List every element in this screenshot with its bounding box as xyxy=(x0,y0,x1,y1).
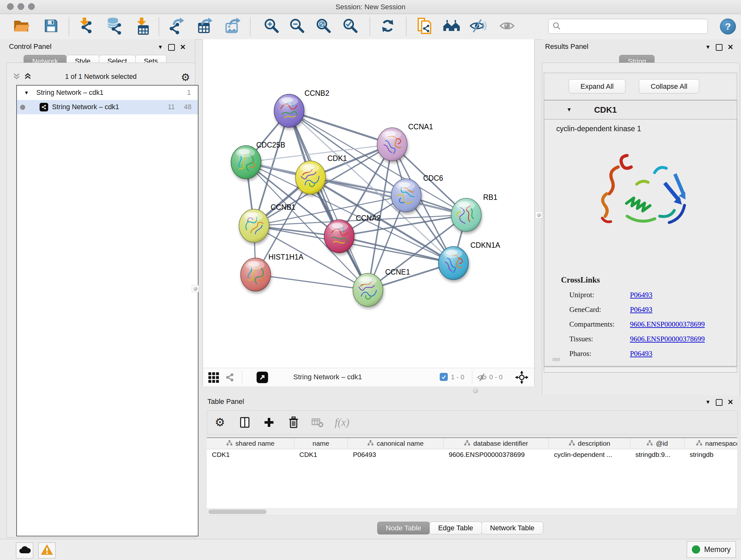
search-box[interactable] xyxy=(548,19,708,34)
tab-network-table[interactable]: Network Table xyxy=(482,522,543,535)
warning-status-button[interactable] xyxy=(38,543,56,558)
float-panel-icon[interactable] xyxy=(716,44,723,51)
float-panel-icon[interactable] xyxy=(716,399,723,406)
table-cell[interactable]: 9606.ENSP00000378699 xyxy=(444,449,549,460)
network-edge[interactable] xyxy=(256,274,368,290)
protein-structure-image xyxy=(579,147,700,257)
panel-menu-icon[interactable]: ▼ xyxy=(705,399,711,406)
column-header-description[interactable]: description xyxy=(549,438,630,449)
column-header-shared-name[interactable]: shared name xyxy=(207,438,294,449)
bottom-splitter-handle[interactable] xyxy=(473,388,478,393)
save-session-button[interactable] xyxy=(41,17,61,37)
expand-all-button[interactable]: Expand All xyxy=(569,79,625,94)
panel-menu-icon[interactable]: ▼ xyxy=(158,44,163,51)
export-table-button[interactable] xyxy=(195,17,214,37)
birds-eye-view-icon[interactable] xyxy=(208,372,219,383)
close-panel-icon[interactable]: ✕ xyxy=(728,43,733,51)
collapse-entry-icon[interactable]: ▼ xyxy=(566,107,572,113)
network-node-CCNB1[interactable] xyxy=(239,209,269,242)
panel-menu-icon[interactable]: ▼ xyxy=(705,44,711,51)
zoom-out-icon xyxy=(288,17,305,36)
cloud-status-button[interactable] xyxy=(16,543,33,558)
float-panel-icon[interactable] xyxy=(168,44,175,51)
network-node-CCNB2[interactable] xyxy=(274,94,304,127)
crosslink-link[interactable]: 9606.ENSP00000378699 xyxy=(630,320,705,328)
table-cell[interactable]: CDK1 xyxy=(207,449,294,460)
fit-content-button[interactable] xyxy=(313,17,333,37)
selected-checkbox[interactable] xyxy=(440,373,448,381)
network-node-CDC25B[interactable] xyxy=(231,145,261,179)
clone-network-button[interactable] xyxy=(414,17,434,37)
network-node-CDC6[interactable] xyxy=(391,179,421,212)
network-node-CCNE1[interactable] xyxy=(353,273,383,307)
column-header-canonical-name[interactable]: canonical name xyxy=(348,438,444,449)
column-header-@id[interactable]: @id xyxy=(630,438,684,449)
left-splitter-handle[interactable] xyxy=(192,285,199,292)
network-node-HIST1H1A[interactable] xyxy=(241,258,271,291)
network-node-CDK1[interactable] xyxy=(295,161,326,194)
table-hscrollbar-thumb[interactable] xyxy=(208,509,266,514)
delete-column-trash-icon[interactable] xyxy=(287,415,300,430)
first-neighbors-button[interactable] xyxy=(442,17,461,37)
open-in-browser-icon[interactable] xyxy=(257,372,268,383)
column-header-database-identifier[interactable]: database identifier xyxy=(444,438,549,449)
right-splitter-handle[interactable] xyxy=(535,211,542,219)
crosslink-link[interactable]: P06493 xyxy=(630,350,652,358)
network-graph[interactable]: CCNB2CCNA1CDC25BCDK1CDC6RB1CCNB1CCNA2CDK… xyxy=(203,39,534,367)
center-view-crosshair-icon[interactable] xyxy=(515,371,529,385)
show-all-button[interactable] xyxy=(497,17,517,37)
table-cell[interactable]: cyclin-dependent ... xyxy=(549,449,630,460)
column-header-namespace[interactable]: namespace xyxy=(684,438,737,449)
crosslink-link[interactable]: 9606.ENSP00000378699 xyxy=(630,335,705,343)
results-hscrollbar[interactable] xyxy=(544,367,737,373)
collection-expander-icon[interactable]: ▼ xyxy=(24,90,29,96)
open-session-button[interactable] xyxy=(12,17,31,37)
search-input[interactable] xyxy=(563,22,708,30)
close-panel-icon[interactable]: ✕ xyxy=(728,398,733,407)
memory-button[interactable]: Memory xyxy=(687,541,736,558)
close-panel-icon[interactable]: ✕ xyxy=(180,43,186,51)
network-row[interactable]: String Network – cdk1 11 48 xyxy=(17,100,198,114)
network-node-RB1[interactable] xyxy=(451,198,481,232)
hidden-eye-slash-icon[interactable] xyxy=(477,373,487,383)
crosslink-link[interactable]: P06493 xyxy=(630,291,652,299)
show-columns-icon[interactable] xyxy=(239,415,251,430)
table-hscrollbar[interactable] xyxy=(207,508,737,515)
import-network-from-file-button[interactable] xyxy=(76,17,96,37)
help-button[interactable]: ? xyxy=(720,18,736,35)
table-row[interactable]: CDK1CDK1P064939606.ENSP00000378699cyclin… xyxy=(207,449,737,460)
network-edge[interactable] xyxy=(339,236,454,263)
network-node-CCNA1[interactable] xyxy=(377,128,407,161)
zoom-in-button[interactable] xyxy=(261,17,281,37)
import-network-from-database-button[interactable] xyxy=(104,17,124,37)
table-cell[interactable]: stringdb xyxy=(684,449,737,460)
network-edge[interactable] xyxy=(289,111,368,290)
zoom-selected-button[interactable] xyxy=(340,17,360,37)
crosslink-link[interactable]: P06493 xyxy=(630,306,652,314)
add-column-icon[interactable] xyxy=(263,415,275,430)
network-node-CCNA2[interactable] xyxy=(324,220,354,253)
export-image-button[interactable] xyxy=(223,17,243,37)
node-result-header[interactable]: ▼ CDK1 xyxy=(544,101,737,119)
collapse-all-button[interactable]: Collapse All xyxy=(639,79,699,94)
export-network-button[interactable] xyxy=(166,17,186,37)
tab-edge-table[interactable]: Edge Table xyxy=(429,522,482,535)
import-table-from-file-button[interactable] xyxy=(133,17,152,37)
table-settings-gear-icon[interactable]: ⚙ xyxy=(215,415,225,430)
column-header-name[interactable]: name xyxy=(294,438,348,449)
network-options-gear-icon[interactable]: ⚙ xyxy=(181,71,190,83)
result-scrollbar-thumb[interactable] xyxy=(552,358,560,361)
table-cell[interactable]: stringdb:9... xyxy=(630,449,684,460)
import-table-from-file-icon xyxy=(134,17,151,36)
apply-preferred-layout-button[interactable] xyxy=(378,17,398,37)
network-share-icon[interactable] xyxy=(224,372,235,384)
table-cell[interactable]: P06493 xyxy=(348,449,444,460)
network-canvas[interactable]: CCNB2CCNA1CDC25BCDK1CDC6RB1CCNB1CCNA2CDK… xyxy=(203,39,535,386)
hide-selected-button[interactable] xyxy=(468,17,488,37)
zoom-out-button[interactable] xyxy=(287,17,307,37)
table-cell[interactable]: CDK1 xyxy=(294,449,348,460)
tab-node-table[interactable]: Node Table xyxy=(377,522,430,535)
network-edge[interactable] xyxy=(289,111,392,144)
network-node-CDKN1A[interactable] xyxy=(439,246,468,280)
network-collection-row[interactable]: ▼ String Network – cdk1 1 xyxy=(17,85,198,100)
